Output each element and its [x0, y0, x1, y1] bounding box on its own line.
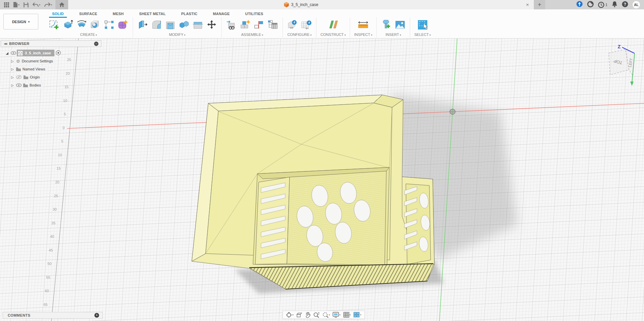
motion-study-icon[interactable]	[267, 19, 278, 31]
tree-row-origin[interactable]: ▷ Origin	[10, 74, 42, 81]
document-title: 3_5_inch_case	[291, 2, 318, 7]
home-tab[interactable]	[55, 0, 68, 9]
notifications-bell-icon[interactable]	[612, 1, 617, 9]
tab-manage[interactable]: MANAGE	[205, 10, 238, 17]
add-comment-icon[interactable]: +	[94, 313, 99, 318]
group-label-configure[interactable]: CONFIGURE	[287, 33, 311, 37]
group-label-construct[interactable]: CONSTRUCT	[320, 33, 346, 37]
model-3-5-inch-case[interactable]	[192, 95, 434, 289]
visibility-off-eye-icon[interactable]	[16, 75, 22, 79]
select-icon[interactable]	[417, 19, 428, 31]
job-status-icon[interactable]	[587, 1, 594, 9]
tree-row-named-views[interactable]: ▷ Named Views	[10, 66, 48, 72]
group-label-select[interactable]: SELECT	[414, 33, 431, 37]
expand-arrow-icon[interactable]: ▷	[10, 84, 15, 87]
pan-icon[interactable]	[304, 312, 311, 318]
close-tab-icon[interactable]: ×	[524, 2, 530, 8]
folder-icon	[23, 84, 28, 87]
svg-text:?: ?	[624, 2, 626, 7]
construct-plane-icon[interactable]	[328, 19, 339, 31]
new-tab-button[interactable]: +	[534, 0, 545, 9]
collapse-panel-icon[interactable]: ◀◀	[4, 42, 6, 45]
3d-viewport[interactable]: TOP LEFT Z 25201510505101520253035404550…	[0, 0, 644, 321]
group-label-create[interactable]: CREATE	[80, 33, 97, 37]
split-body-icon[interactable]	[192, 19, 204, 31]
redo-icon[interactable]: ▾	[43, 1, 53, 9]
configuration-icon[interactable]	[287, 19, 298, 31]
extrude-icon[interactable]	[62, 19, 74, 31]
tab-plastic[interactable]: PLASTIC	[173, 10, 205, 17]
app-launcher-icon[interactable]	[3, 1, 10, 9]
tree-row-document-settings[interactable]: ▷ ⚙ Document Settings	[10, 58, 56, 64]
display-settings-icon[interactable]: ▾	[332, 312, 342, 318]
group-configure: CONFIGURE	[283, 17, 316, 38]
tab-solid[interactable]: SOLID	[44, 10, 72, 17]
activate-component-radio[interactable]	[56, 50, 61, 56]
browser-panel: ◀◀ BROWSER − ◢ 3_5_inch_case ▷ ⚙ D	[1, 40, 101, 47]
fillet-icon[interactable]	[151, 19, 162, 31]
workspace-switcher[interactable]: DESIGN	[3, 14, 38, 30]
document-tab[interactable]: 3_5_inch_case ×	[68, 0, 534, 9]
rectangular-pattern-icon[interactable]	[103, 19, 115, 31]
ribbon-toolbar: DESIGN SOLID SURFACE MESH SHEET METAL PL…	[0, 9, 644, 39]
file-menu-icon[interactable]: ▾	[12, 1, 21, 9]
tree-row-bodies[interactable]: ▷ Bodies	[10, 82, 44, 89]
group-assemble: ASSEMBLE	[221, 17, 283, 38]
viewports-icon[interactable]: ▾	[352, 312, 362, 318]
visibility-eye-icon[interactable]	[16, 84, 22, 87]
move-icon[interactable]	[206, 19, 217, 31]
group-label-modify[interactable]: MODIFY	[169, 33, 185, 37]
group-label-inspect[interactable]: INSPECT	[354, 33, 372, 37]
model-canvas[interactable]: TOP LEFT Z	[0, 0, 644, 321]
group-label-insert[interactable]: INSERT	[386, 33, 401, 37]
document-cube-icon	[284, 2, 289, 7]
fusion360-window: TOP LEFT Z 25201510505101520253035404550…	[0, 0, 644, 321]
undo-icon[interactable]: ▾	[31, 1, 42, 9]
expand-arrow-icon[interactable]: ▷	[10, 59, 15, 63]
user-avatar[interactable]: AL	[633, 1, 640, 8]
grid-snap-icon[interactable]: ▾	[342, 312, 352, 318]
zoom-window-icon[interactable]: ▾	[321, 312, 331, 318]
minimize-browser-icon[interactable]: −	[94, 42, 98, 46]
hole-icon[interactable]	[90, 19, 101, 31]
look-at-icon[interactable]	[295, 312, 303, 318]
expand-collapse-icon[interactable]: ◢	[5, 51, 9, 55]
title-bar: ▾ ▾ ▾ 3_5_inch_case × +	[0, 0, 644, 9]
group-label-assemble[interactable]: ASSEMBLE	[241, 33, 263, 37]
shell-icon[interactable]	[165, 19, 176, 31]
tree-row-root[interactable]: ◢ 3_5_inch_case	[5, 50, 61, 56]
group-create: CREATE	[44, 17, 133, 38]
create-form-icon[interactable]	[117, 19, 129, 31]
origin-marker[interactable]	[450, 109, 455, 114]
create-sketch-icon[interactable]	[48, 19, 60, 31]
combine-icon[interactable]	[178, 19, 190, 31]
extensions-icon[interactable]	[576, 1, 583, 9]
orbit-icon[interactable]: ▾	[285, 312, 295, 318]
visibility-eye-icon[interactable]	[11, 51, 16, 55]
configuration-table-icon[interactable]	[301, 19, 312, 31]
folder-icon	[24, 75, 28, 79]
comments-bar[interactable]: COMMENTS +	[3, 312, 103, 319]
joint-icon[interactable]	[253, 19, 265, 31]
press-pull-icon[interactable]	[137, 19, 148, 31]
recent-jobs[interactable]: 1	[598, 2, 607, 8]
measure-icon[interactable]	[357, 19, 369, 31]
save-icon[interactable]	[22, 1, 30, 9]
clock-icon	[598, 2, 604, 8]
expand-arrow-icon[interactable]: ▷	[10, 75, 15, 79]
insert-canvas-icon[interactable]	[394, 19, 406, 31]
tab-sheet-metal[interactable]: SHEET METAL	[131, 10, 173, 17]
component-cube-icon	[18, 51, 23, 56]
tab-surface[interactable]: SURFACE	[72, 10, 105, 17]
insert-fastener-icon[interactable]	[381, 19, 392, 31]
tab-mesh[interactable]: MESH	[105, 10, 132, 17]
revolve-icon[interactable]	[76, 19, 87, 31]
new-component-icon[interactable]	[240, 19, 251, 31]
browser-header[interactable]: ◀◀ BROWSER −	[1, 40, 101, 47]
expand-arrow-icon[interactable]: ▷	[10, 67, 15, 71]
tab-utilities[interactable]: UTILITIES	[238, 10, 271, 17]
help-icon[interactable]: ?	[622, 1, 628, 9]
selected-component[interactable]: 3_5_inch_case	[17, 50, 54, 56]
insert-derive-icon[interactable]	[226, 19, 237, 31]
zoom-icon[interactable]	[312, 312, 320, 318]
